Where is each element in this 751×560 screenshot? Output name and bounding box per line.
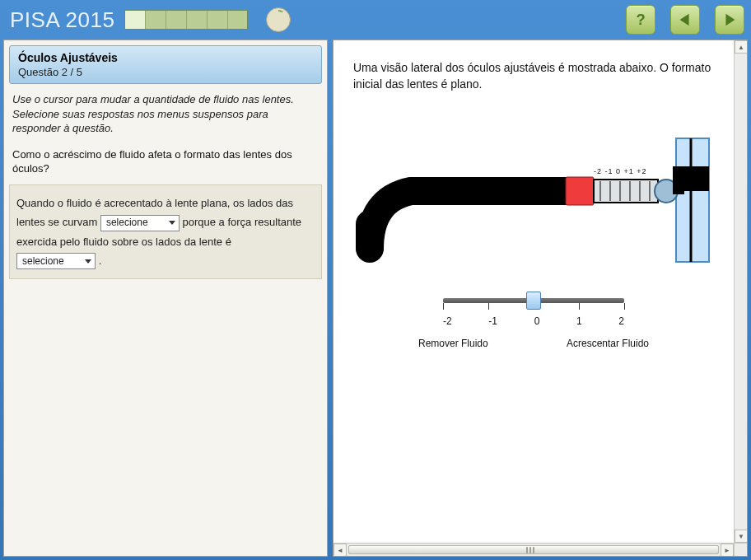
syringe-scale-labels: -2 -1 0 +1 +2 [594,166,647,177]
slider-tick-labels: -2 -1 0 1 2 [443,308,624,329]
scroll-left-button[interactable]: ◄ [334,544,347,557]
svg-marker-2 [725,14,735,26]
left-pane: Óculos Ajustáveis Questão 2 / 5 Use o cu… [3,40,328,557]
answer-select-2-text: selecione [22,253,64,271]
app-window: PISA 2015 ? [0,0,751,560]
answer-box: Quando o fluido é acrecentado à lente pl… [9,184,322,280]
next-button[interactable] [715,5,744,35]
scroll-up-button[interactable]: ▲ [735,40,748,54]
question-counter: Questão 2 / 5 [18,66,313,78]
answer-select-1-text: selecione [106,214,148,232]
horizontal-scrollbar[interactable]: ◄ ► [334,543,734,556]
progress-seg-3 [166,11,187,29]
brand-title: PISA 2015 [7,7,114,33]
progress-seg-1 [125,11,146,29]
triangle-left-icon [676,11,694,29]
right-pane: Uma visão lateral dos óculos ajustáveis … [333,40,748,557]
timer-icon [266,7,291,32]
progress-seg-4 [187,11,208,29]
vertical-scrollbar[interactable]: ▲ ▼ [734,40,747,543]
slider-caption-left: Remover Fluido [418,337,488,351]
header-bar: PISA 2015 ? [0,0,751,40]
answer-select-1[interactable]: selecione [100,215,180,231]
tick-label: 1 [576,315,582,329]
svg-marker-1 [680,14,689,26]
triangle-right-icon [721,11,739,29]
simulation-description: Uma visão lateral dos óculos ajustáveis … [353,60,714,92]
svg-rect-3 [676,138,709,262]
question-title-box: Óculos Ajustáveis Questão 2 / 5 [9,45,322,84]
tick-label: 2 [618,315,624,329]
question-text: Como o acréscimo de fluido afeta o forma… [9,136,322,184]
scroll-right-button[interactable]: ► [721,544,734,557]
right-content: Uma visão lateral dos óculos ajustáveis … [334,40,734,543]
question-title: Óculos Ajustáveis [18,51,313,64]
slider-thumb[interactable] [526,292,541,310]
chevron-down-icon [169,221,175,225]
slider-caption-right: Acrescentar Fluido [567,337,649,351]
vertical-scroll-track[interactable] [735,54,747,530]
svg-rect-7 [594,180,658,203]
prev-button[interactable] [670,5,700,35]
tick-label: -2 [443,315,452,329]
progress-bar [124,10,248,30]
tick-label: 0 [534,315,540,329]
progress-seg-5 [208,11,228,29]
slider-track[interactable] [443,298,624,303]
tick-label: -1 [488,315,497,329]
svg-rect-6 [566,177,594,205]
svg-rect-15 [673,166,684,194]
progress-seg-2 [146,11,166,29]
question-mark-icon: ? [632,11,650,29]
glasses-graphic: -2 -1 0 +1 +2 [353,109,716,273]
scrollbar-corner [734,543,747,556]
horizontal-scroll-thumb[interactable] [348,545,719,554]
help-button[interactable]: ? [626,5,655,35]
horizontal-scroll-track[interactable] [347,544,721,556]
svg-text:?: ? [636,11,645,28]
answer-select-2[interactable]: selecione [16,253,96,269]
scroll-down-button[interactable]: ▼ [735,530,748,543]
chevron-down-icon [85,259,91,264]
progress-seg-6 [228,11,248,29]
instructions-text: Use o cursor para mudar a quantidade de … [9,92,322,136]
answer-trailing: . [99,254,102,267]
slider-captions: Remover Fluido Acrescentar Fluido [418,337,649,351]
fluid-slider[interactable]: -2 -1 0 1 2 Remover Fluido Acrescentar F… [443,298,624,351]
body-split: Óculos Ajustáveis Questão 2 / 5 Use o cu… [0,40,751,560]
